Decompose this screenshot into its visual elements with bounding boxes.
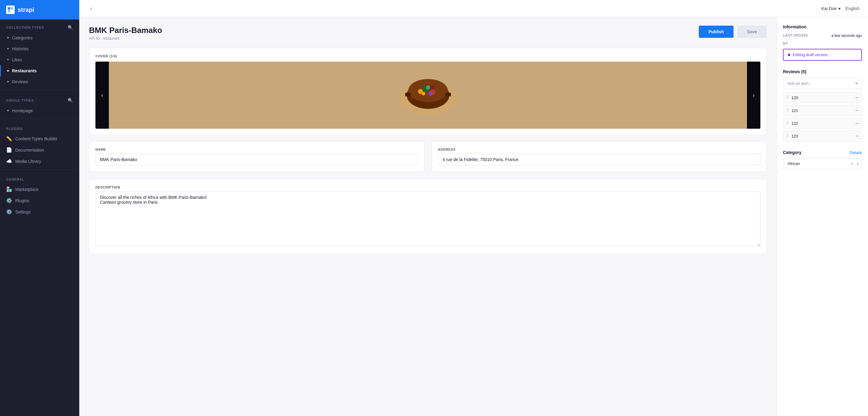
cover-carousel: ‹ xyxy=(95,62,761,129)
user-menu[interactable]: Kai Doe ▾ xyxy=(822,6,841,11)
app-name: strapi xyxy=(18,6,34,13)
review-item-123: ⠿ 123 − xyxy=(783,130,862,142)
language-selector[interactable]: English xyxy=(845,6,860,11)
category-section: Category Details African × ▾ xyxy=(783,150,862,169)
save-button[interactable]: Save xyxy=(737,26,767,38)
review-remove-122[interactable]: − xyxy=(855,120,859,126)
svg-rect-1 xyxy=(11,7,13,10)
drag-handle-icon[interactable]: ⠿ xyxy=(786,121,789,125)
category-header: Category Details xyxy=(783,150,862,155)
by-row: BY xyxy=(783,41,862,45)
drag-handle-icon[interactable]: ⠿ xyxy=(786,95,789,100)
address-label: Address xyxy=(438,148,761,151)
address-section: Address xyxy=(432,141,767,172)
grid-icon: ⚙️ xyxy=(6,198,12,203)
cover-section: Cover (1/4) ‹ xyxy=(89,48,767,135)
api-id-value: restaurant xyxy=(103,36,119,40)
category-select[interactable]: African xyxy=(783,158,862,169)
general-header: General xyxy=(0,172,79,184)
main-wrapper: ‹ Kai Doe ▾ English BMK Paris-Bamako API… xyxy=(79,0,868,416)
sidebar-item-histories[interactable]: • Histories xyxy=(0,43,79,54)
drag-handle-icon[interactable]: ⠿ xyxy=(786,134,789,138)
sidebar-item-likes[interactable]: • Likes xyxy=(0,54,79,65)
page-title: BMK Paris-Bamako xyxy=(89,26,162,35)
collection-types-search-icon[interactable]: 🔍 xyxy=(68,25,73,30)
draft-label: Editing draft version xyxy=(793,53,828,57)
reviews-header: Reviews (5) xyxy=(783,69,862,74)
category-clear-icon[interactable]: × xyxy=(850,161,854,167)
single-types-search-icon[interactable]: 🔍 xyxy=(68,98,73,103)
description-section: Description xyxy=(89,179,767,254)
review-item-121: ⠿ 121 − xyxy=(783,105,862,116)
api-id-subtitle: API ID : restaurant xyxy=(89,36,162,40)
category-select-wrap: African × ▾ xyxy=(783,158,862,169)
user-name: Kai Doe xyxy=(822,6,837,11)
name-input[interactable] xyxy=(95,154,418,165)
reviews-title: Reviews (5) xyxy=(783,69,806,74)
address-input[interactable] xyxy=(438,154,761,165)
review-remove-123[interactable]: − xyxy=(855,133,859,139)
review-id-120: 120 xyxy=(792,95,798,100)
sidebar-item-content-types-builder[interactable]: ✏️ Content-Types Builder xyxy=(0,133,79,144)
sidebar-item-reviews[interactable]: • Reviews xyxy=(0,76,79,87)
svg-point-11 xyxy=(422,92,425,95)
form-grid: Name Address Description xyxy=(89,141,767,254)
collection-types-header: Collection Types 🔍 xyxy=(0,20,79,32)
book-icon: 📄 xyxy=(6,147,12,153)
store-icon: 🏪 xyxy=(6,186,12,192)
svg-rect-2 xyxy=(8,10,10,12)
sidebar-item-marketplace[interactable]: 🏪 Marketplace xyxy=(0,184,79,195)
sidebar-item-plugins[interactable]: ⚙️ Plugins xyxy=(0,195,79,206)
topbar: ‹ Kai Doe ▾ English xyxy=(79,0,868,17)
carousel-next-button[interactable]: › xyxy=(747,62,761,129)
sidebar-item-media-library[interactable]: ☁️ Media Library xyxy=(0,155,79,167)
single-types-header: Single Types 🔍 xyxy=(0,92,79,105)
last-update-value: a few seconds ago xyxy=(831,34,862,38)
sidebar: strapi Collection Types 🔍 • Categories •… xyxy=(0,0,79,416)
sidebar-item-categories[interactable]: • Categories xyxy=(0,32,79,43)
back-button[interactable]: ‹ xyxy=(88,4,94,13)
category-title: Category xyxy=(783,150,802,155)
information-section: Information LAST UPDATE a few seconds ag… xyxy=(783,24,862,61)
main-content: BMK Paris-Bamako API ID : restaurant Pub… xyxy=(79,17,777,416)
cloud-icon: ☁️ xyxy=(6,158,12,164)
svg-point-12 xyxy=(428,91,433,96)
last-update-key: LAST UPDATE xyxy=(783,34,808,37)
topbar-right: Kai Doe ▾ English xyxy=(822,6,860,11)
sidebar-item-restaurants[interactable]: • Restaurants xyxy=(0,65,79,76)
cover-label: Cover (1/4) xyxy=(95,54,761,58)
add-item-select[interactable]: Add an item... xyxy=(783,78,862,89)
review-item-122: ⠿ 122 − xyxy=(783,118,862,129)
category-details-link[interactable]: Details xyxy=(850,150,862,155)
reviews-section: Reviews (5) Add an item... ⠿ 120 − ⠿ 121 xyxy=(783,69,862,142)
right-panel: Information LAST UPDATE a few seconds ag… xyxy=(777,17,868,416)
food-image xyxy=(398,65,459,126)
publish-button[interactable]: Publish xyxy=(699,26,734,38)
carousel-image xyxy=(109,62,747,129)
sidebar-divider-3 xyxy=(0,169,79,170)
draft-dot xyxy=(788,54,790,56)
sidebar-logo[interactable]: strapi xyxy=(0,0,79,20)
name-section: Name xyxy=(89,141,424,172)
review-id-123: 123 xyxy=(792,134,798,139)
header-actions: Publish Save xyxy=(699,26,767,38)
information-title: Information xyxy=(783,24,862,29)
review-remove-121[interactable]: − xyxy=(855,108,859,113)
page-title-group: BMK Paris-Bamako API ID : restaurant xyxy=(89,26,162,40)
description-textarea[interactable] xyxy=(95,191,761,246)
review-remove-120[interactable]: − xyxy=(855,95,859,100)
svg-rect-14 xyxy=(445,93,451,96)
sidebar-item-settings[interactable]: ⚙️ Settings xyxy=(0,206,79,217)
sidebar-item-homepage[interactable]: • Homepage xyxy=(0,105,79,116)
review-id-122: 122 xyxy=(792,121,798,126)
carousel-prev-button[interactable]: ‹ xyxy=(95,62,109,129)
review-item-120: ⠿ 120 − xyxy=(783,92,862,103)
svg-point-10 xyxy=(426,85,430,90)
name-label: Name xyxy=(95,148,418,151)
chevron-down-icon: ▾ xyxy=(838,6,841,11)
sidebar-item-documentation[interactable]: 📄 Documentation xyxy=(0,144,79,155)
drag-handle-icon[interactable]: ⠿ xyxy=(786,108,789,113)
svg-rect-13 xyxy=(405,93,411,96)
draft-badge: Editing draft version xyxy=(783,49,862,61)
api-id-label: API ID : xyxy=(89,36,101,40)
